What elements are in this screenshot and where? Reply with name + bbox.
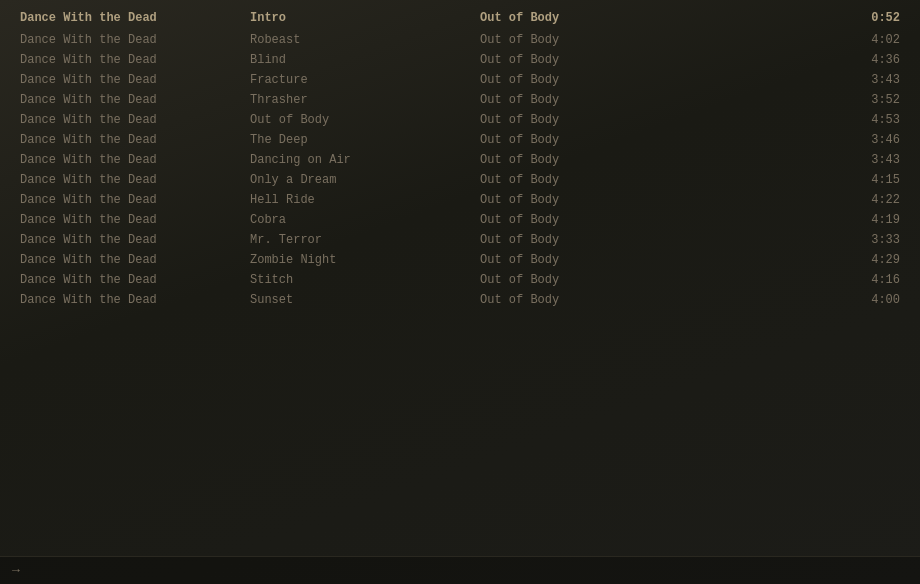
track-duration: 4:02 xyxy=(840,32,900,48)
track-duration: 4:36 xyxy=(840,52,900,68)
header-spacer xyxy=(680,10,840,26)
track-spacer xyxy=(680,72,840,88)
track-album: Out of Body xyxy=(480,252,680,268)
track-spacer xyxy=(680,92,840,108)
track-artist: Dance With the Dead xyxy=(20,72,250,88)
track-row[interactable]: Dance With the Dead Out of Body Out of B… xyxy=(0,110,920,130)
track-duration: 4:22 xyxy=(840,192,900,208)
track-album: Out of Body xyxy=(480,232,680,248)
track-title: Sunset xyxy=(250,292,480,308)
track-artist: Dance With the Dead xyxy=(20,172,250,188)
track-duration: 4:53 xyxy=(840,112,900,128)
track-duration: 4:00 xyxy=(840,292,900,308)
track-artist: Dance With the Dead xyxy=(20,252,250,268)
track-album: Out of Body xyxy=(480,172,680,188)
track-row[interactable]: Dance With the Dead Zombie Night Out of … xyxy=(0,250,920,270)
track-artist: Dance With the Dead xyxy=(20,112,250,128)
track-album: Out of Body xyxy=(480,92,680,108)
track-artist: Dance With the Dead xyxy=(20,92,250,108)
track-title: Dancing on Air xyxy=(250,152,480,168)
track-album: Out of Body xyxy=(480,292,680,308)
track-artist: Dance With the Dead xyxy=(20,32,250,48)
track-title: Blind xyxy=(250,52,480,68)
track-duration: 3:43 xyxy=(840,152,900,168)
track-duration: 4:19 xyxy=(840,212,900,228)
header-duration: 0:52 xyxy=(840,10,900,26)
track-title: Stitch xyxy=(250,272,480,288)
track-album: Out of Body xyxy=(480,212,680,228)
track-title: Hell Ride xyxy=(250,192,480,208)
header-album: Out of Body xyxy=(480,10,680,26)
track-spacer xyxy=(680,32,840,48)
track-album: Out of Body xyxy=(480,72,680,88)
arrow-icon: → xyxy=(12,563,20,578)
track-spacer xyxy=(680,232,840,248)
track-spacer xyxy=(680,172,840,188)
track-row[interactable]: Dance With the Dead Stitch Out of Body 4… xyxy=(0,270,920,290)
bottom-bar: → xyxy=(0,556,920,584)
track-artist: Dance With the Dead xyxy=(20,152,250,168)
track-title: Robeast xyxy=(250,32,480,48)
track-album: Out of Body xyxy=(480,272,680,288)
track-album: Out of Body xyxy=(480,132,680,148)
track-spacer xyxy=(680,272,840,288)
track-album: Out of Body xyxy=(480,152,680,168)
track-duration: 4:16 xyxy=(840,272,900,288)
track-row[interactable]: Dance With the Dead Sunset Out of Body 4… xyxy=(0,290,920,310)
header-title: Intro xyxy=(250,10,480,26)
track-artist: Dance With the Dead xyxy=(20,132,250,148)
track-spacer xyxy=(680,152,840,168)
track-artist: Dance With the Dead xyxy=(20,272,250,288)
track-album: Out of Body xyxy=(480,192,680,208)
track-spacer xyxy=(680,192,840,208)
track-row[interactable]: Dance With the Dead Only a Dream Out of … xyxy=(0,170,920,190)
track-title: The Deep xyxy=(250,132,480,148)
track-spacer xyxy=(680,292,840,308)
track-row[interactable]: Dance With the Dead The Deep Out of Body… xyxy=(0,130,920,150)
track-title: Only a Dream xyxy=(250,172,480,188)
track-album: Out of Body xyxy=(480,112,680,128)
track-title: Fracture xyxy=(250,72,480,88)
track-duration: 3:46 xyxy=(840,132,900,148)
track-duration: 3:43 xyxy=(840,72,900,88)
track-album: Out of Body xyxy=(480,32,680,48)
header-artist: Dance With the Dead xyxy=(20,10,250,26)
track-title: Out of Body xyxy=(250,112,480,128)
track-title: Mr. Terror xyxy=(250,232,480,248)
track-title: Thrasher xyxy=(250,92,480,108)
track-artist: Dance With the Dead xyxy=(20,292,250,308)
track-row[interactable]: Dance With the Dead Cobra Out of Body 4:… xyxy=(0,210,920,230)
track-list: Dance With the Dead Intro Out of Body 0:… xyxy=(0,0,920,318)
track-row[interactable]: Dance With the Dead Robeast Out of Body … xyxy=(0,30,920,50)
track-row[interactable]: Dance With the Dead Dancing on Air Out o… xyxy=(0,150,920,170)
track-artist: Dance With the Dead xyxy=(20,212,250,228)
track-list-header: Dance With the Dead Intro Out of Body 0:… xyxy=(0,8,920,28)
track-spacer xyxy=(680,52,840,68)
track-title: Cobra xyxy=(250,212,480,228)
track-row[interactable]: Dance With the Dead Blind Out of Body 4:… xyxy=(0,50,920,70)
track-duration: 3:33 xyxy=(840,232,900,248)
track-artist: Dance With the Dead xyxy=(20,232,250,248)
track-artist: Dance With the Dead xyxy=(20,52,250,68)
track-title: Zombie Night xyxy=(250,252,480,268)
track-row[interactable]: Dance With the Dead Mr. Terror Out of Bo… xyxy=(0,230,920,250)
track-spacer xyxy=(680,252,840,268)
track-duration: 4:29 xyxy=(840,252,900,268)
track-row[interactable]: Dance With the Dead Fracture Out of Body… xyxy=(0,70,920,90)
track-row[interactable]: Dance With the Dead Thrasher Out of Body… xyxy=(0,90,920,110)
track-duration: 3:52 xyxy=(840,92,900,108)
track-album: Out of Body xyxy=(480,52,680,68)
track-artist: Dance With the Dead xyxy=(20,192,250,208)
track-spacer xyxy=(680,132,840,148)
track-duration: 4:15 xyxy=(840,172,900,188)
track-spacer xyxy=(680,112,840,128)
track-row[interactable]: Dance With the Dead Hell Ride Out of Bod… xyxy=(0,190,920,210)
track-spacer xyxy=(680,212,840,228)
